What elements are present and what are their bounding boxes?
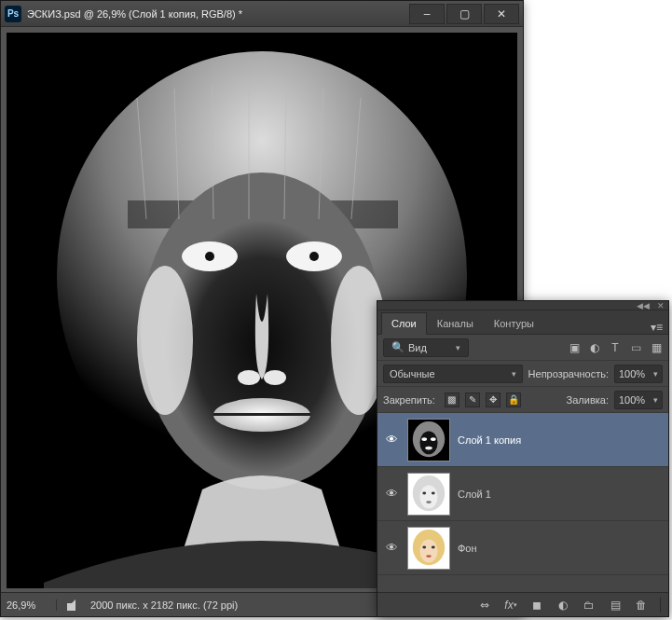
chevron-down-icon: ▾ xyxy=(653,369,658,379)
panel-menu-icon[interactable]: ▾≡ xyxy=(645,321,668,334)
fill-label: Заливка: xyxy=(567,394,609,406)
lock-label: Закрепить: xyxy=(383,394,435,406)
separator xyxy=(660,598,661,613)
lock-pixels-icon[interactable]: ✎ xyxy=(465,393,480,407)
filter-shape-icon[interactable]: ▭ xyxy=(629,341,642,354)
svg-point-26 xyxy=(425,446,432,449)
layer-row[interactable]: 👁 Слой 1 копия xyxy=(377,413,668,467)
share-icon[interactable] xyxy=(66,599,81,612)
visibility-toggle-icon[interactable]: 👁 xyxy=(383,433,400,447)
lock-all-icon[interactable]: 🔒 xyxy=(506,393,521,407)
svg-point-10 xyxy=(238,370,260,385)
svg-point-25 xyxy=(431,437,436,441)
delete-layer-icon[interactable]: 🗑 xyxy=(634,598,649,613)
svg-point-23 xyxy=(419,431,437,454)
svg-point-32 xyxy=(426,501,432,503)
svg-point-38 xyxy=(426,555,432,558)
new-layer-icon[interactable]: ▤ xyxy=(608,598,623,613)
maximize-button[interactable]: ▢ xyxy=(446,4,482,24)
blend-mode-value: Обычные xyxy=(390,368,435,379)
layer-name: Слой 1 xyxy=(458,489,491,500)
visibility-toggle-icon[interactable]: 👁 xyxy=(383,487,400,501)
svg-point-24 xyxy=(421,437,427,441)
svg-rect-13 xyxy=(213,413,310,416)
blend-opacity-row: Обычные ▾ Непрозрачность: 100% ▾ xyxy=(377,361,668,387)
fill-value: 100% xyxy=(619,394,653,406)
layer-row[interactable]: 👁 Слой 1 xyxy=(377,467,668,521)
tab-channels[interactable]: Каналы xyxy=(427,311,484,334)
svg-point-35 xyxy=(419,539,437,562)
filter-adjustment-icon[interactable]: ◐ xyxy=(588,341,601,354)
new-adjustment-icon[interactable]: ◐ xyxy=(555,598,570,613)
new-group-icon[interactable]: 🗀 xyxy=(582,598,597,613)
blend-mode-select[interactable]: Обычные ▾ xyxy=(383,365,523,383)
document-title: ЭСКИЗ.psd @ 26,9% (Слой 1 копия, RGB/8) … xyxy=(27,8,409,20)
panel-tabs: Слои Каналы Контуры ▾≡ xyxy=(377,310,668,335)
layer-row[interactable]: 👁 Фон xyxy=(377,521,668,575)
layers-panel: ◀◀ ✕ Слои Каналы Контуры ▾≡ 🔍 Вид ▾ ▣ ◐ … xyxy=(377,300,669,617)
lock-position-icon[interactable]: ✥ xyxy=(486,393,501,407)
svg-point-4 xyxy=(137,266,193,415)
layer-name: Слой 1 копия xyxy=(458,434,521,446)
layer-filter-mode: Вид xyxy=(408,342,427,353)
svg-point-37 xyxy=(432,545,435,548)
opacity-label: Непрозрачность: xyxy=(528,368,609,379)
svg-point-36 xyxy=(422,545,426,548)
collapse-icon[interactable]: ◀◀ xyxy=(637,301,650,310)
minimize-button[interactable]: – xyxy=(409,4,445,24)
layers-list: 👁 Слой 1 копия 👁 xyxy=(377,413,668,592)
layer-style-icon[interactable]: fx▾ xyxy=(503,598,518,613)
filter-pixel-icon[interactable]: ▣ xyxy=(568,341,581,354)
tab-layers[interactable]: Слои xyxy=(381,312,427,335)
chevron-down-icon: ▾ xyxy=(456,343,460,352)
search-icon: 🔍 xyxy=(391,341,405,353)
lock-transparency-icon[interactable]: ▩ xyxy=(445,393,459,407)
visibility-toggle-icon[interactable]: 👁 xyxy=(383,541,400,555)
svg-point-30 xyxy=(422,491,426,494)
close-button[interactable]: ✕ xyxy=(484,4,519,24)
svg-point-7 xyxy=(205,252,214,261)
layer-filter-row: 🔍 Вид ▾ ▣ ◐ T ▭ ▦ xyxy=(377,335,668,361)
lock-fill-row: Закрепить: ▩ ✎ ✥ 🔒 Заливка: 100% ▾ xyxy=(377,387,668,413)
svg-point-11 xyxy=(264,370,286,385)
panel-handle[interactable]: ◀◀ ✕ xyxy=(377,301,668,310)
add-mask-icon[interactable]: ◼ xyxy=(529,598,544,613)
app-icon: Ps xyxy=(5,6,21,22)
zoom-level[interactable]: 26,9% xyxy=(7,599,57,611)
chevron-down-icon: ▾ xyxy=(512,369,516,379)
fill-input[interactable]: 100% ▾ xyxy=(614,391,663,409)
opacity-input[interactable]: 100% ▾ xyxy=(614,365,663,383)
layer-name: Фон xyxy=(458,543,477,554)
filter-smart-icon[interactable]: ▦ xyxy=(650,341,663,354)
opacity-value: 100% xyxy=(619,368,653,379)
svg-point-31 xyxy=(432,491,435,494)
layer-thumbnail[interactable] xyxy=(407,473,450,516)
filter-type-icon[interactable]: T xyxy=(609,341,622,354)
tab-paths[interactable]: Контуры xyxy=(484,311,544,334)
panel-close-icon[interactable]: ✕ xyxy=(657,301,665,310)
svg-point-9 xyxy=(309,252,319,261)
svg-point-29 xyxy=(419,485,437,508)
layer-thumbnail[interactable] xyxy=(407,527,450,570)
layer-thumbnail[interactable] xyxy=(407,419,450,462)
panel-footer: ⇔ fx▾ ◼ ◐ 🗀 ▤ 🗑 xyxy=(377,592,668,616)
link-layers-icon[interactable]: ⇔ xyxy=(477,598,492,613)
layer-filter-select[interactable]: 🔍 Вид ▾ xyxy=(383,338,469,357)
chevron-down-icon: ▾ xyxy=(653,395,658,405)
titlebar[interactable]: Ps ЭСКИЗ.psd @ 26,9% (Слой 1 копия, RGB/… xyxy=(1,1,523,27)
